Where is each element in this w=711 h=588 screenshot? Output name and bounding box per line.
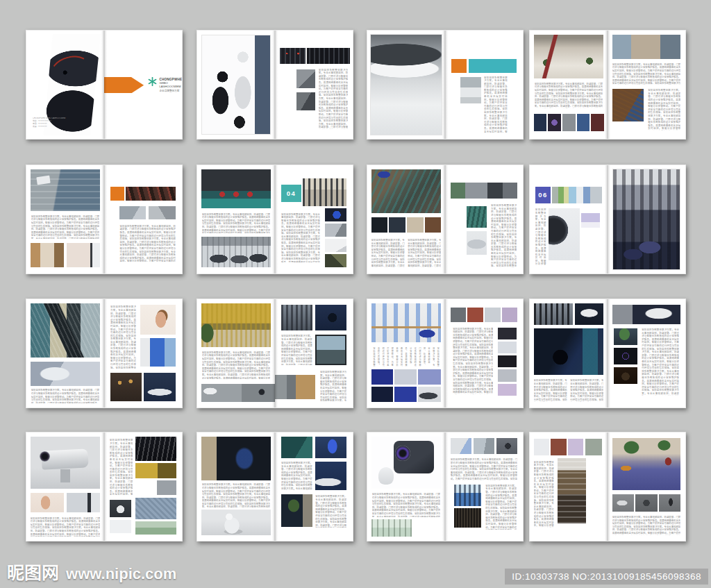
photo-thumb <box>451 308 466 321</box>
greeked-text: 安防监控系统整体解决方案，专业从事视频监控、防盗报警、门禁对讲与智能化系统集成的… <box>451 458 517 480</box>
greeked-text: 安防监控系统整体解决方案，专业从事视频监控、防盗报警、门禁对讲与智能化系统集成的… <box>202 213 271 234</box>
brochure-spread-02: 安防监控系统整体解决方案，专业从事视频监控、防盗报警、门禁对讲与智能化系统集成的… <box>196 30 353 140</box>
photo-thumb <box>498 342 517 353</box>
spread-spine <box>442 31 448 139</box>
page: 安防监控系统整体解决方案，专业从事视频监控、防盗报警、门禁对讲与智能化系统集成的… <box>367 165 445 274</box>
photo-thumb <box>591 114 603 131</box>
photo-white-fabric <box>110 520 131 533</box>
greeked-text: 安防监控系统整体解决方案，专业从事视频监控、防盗报警、门禁对讲与智能化系统集成的… <box>281 335 312 365</box>
photo-thumb <box>394 369 416 385</box>
page <box>367 31 445 139</box>
brand-text-block: CHONGPWHE GHBO LASHOOOWEM 企业品牌整体方案 <box>160 78 181 92</box>
photo-surveillance-still <box>635 494 657 512</box>
greeked-text: 安防监控系统整体解决方案，专业从事视频监控、防盗报警、门禁对讲与智能化系统集成的… <box>31 389 100 403</box>
photo-thumb <box>371 387 393 402</box>
greeked-text: 安防监控系统整体解决方案，专业从事视频监控、防盗报警、门禁对讲与智能化系统集成的… <box>119 225 176 262</box>
photo-surveillance-still <box>659 494 680 512</box>
page: 04 安防监控系统整体解决方案，专业从事视频监控、防盗报警、门禁对讲与智能化系统… <box>275 165 353 274</box>
photo-control-room <box>315 462 346 490</box>
brochure-spread-09: 安防监控系统整体解决方案，专业从事视频监控、防盗报警、门禁对讲与智能化系统集成的… <box>26 299 183 408</box>
orange-accent-block <box>110 187 124 201</box>
orange-accent-block <box>451 59 467 73</box>
greeked-text: 安防监控系统整体解决方案，专业从事视频监控、防盗报警、门禁对讲与智能化系统集成的… <box>315 495 346 528</box>
greeked-text: 安防监控系统整体解决方案，专业从事视频监控、防盗报警、门禁对讲与智能化系统集成的… <box>535 83 603 108</box>
photo-dome <box>614 367 637 383</box>
photo-thumb <box>485 308 500 321</box>
brand-line-3: 企业品牌整体方案 <box>160 89 181 92</box>
photo-thumb <box>498 328 517 339</box>
spread-spine <box>272 432 278 541</box>
greeked-text: 安防监控系统整体解决方案，专业从事视频监控、防盗报警、门禁对讲与智能化系统集成的… <box>408 239 441 267</box>
photo-monitor-room <box>201 169 271 208</box>
spread-spine <box>442 432 448 541</box>
photo-escalator-hall <box>31 303 101 358</box>
brochure-spread-11: 安防监控系统整体解决方案，专业从事视频监控、防盗报警、门禁对讲与智能化系统集成的… <box>367 299 524 408</box>
photo-dark-texture <box>454 508 480 528</box>
page: 安防监控系统整体解决方案，专业从事视频监控、防盗报警、门禁对讲与智能化系统集成的… <box>367 299 445 408</box>
brochure-spread-14: 安防监控系统整体解决方案，专业从事视频监控、防盗报警、门禁对讲与智能化系统集成的… <box>196 432 353 541</box>
page: 安防监控系统整体解决方案，专业从事视频监控、防盗报警、门禁对讲与智能化系统集成的… <box>608 432 685 541</box>
photo-3d-figure-crouching <box>201 510 271 535</box>
photo-bank-lobby <box>534 35 604 78</box>
brochure-spread-10: 安防监控系统整体解决方案，专业从事视频监控、防盗报警、门禁对讲与智能化系统集成的… <box>196 299 353 408</box>
greeked-text: 安防监控系统整体解决方案，专业从事视频监控、防盗报警、门禁对讲与智能化系统集成的… <box>642 328 679 396</box>
orange-arrow-shape <box>104 77 144 93</box>
spread-spine <box>101 31 107 139</box>
greeked-text: 安防监控系统整体解决方案，专业从事视频监控、防盗报警、门禁对讲与智能化系统集成的… <box>281 213 320 263</box>
photo-thumb <box>498 384 517 396</box>
photo-dome-camera <box>110 500 131 517</box>
photo-thumb <box>548 114 560 131</box>
photo-thumb <box>325 239 346 252</box>
greeked-text: 安防监控系统整体解决方案，专业从事视频监控、防盗报警、门禁对讲与智能化系统集成的… <box>612 63 681 85</box>
photo-dealership <box>460 77 480 103</box>
page: 安防监控系统整体解决方案，专业从事视频监控、防盗报警、门禁对讲与智能化系统集成的… <box>445 432 523 541</box>
cover-contact-block: CHONGPWHE GHBO LASHOOOWEM 地址：×××××××××××… <box>33 117 67 131</box>
photo-escalator-dark <box>135 437 176 460</box>
camera-mount-shape <box>378 467 394 485</box>
page: 安防监控系统整体解决方案，专业从事视频监控、防盗报警、门禁对讲与智能化系统集成的… <box>197 432 275 541</box>
photo-strip-dark <box>126 187 176 201</box>
photo-blue-fabric <box>135 498 176 519</box>
page: 安防监控系统整体解决方案，专业从事视频监控、防盗报警、门禁对讲与智能化系统集成的… <box>104 299 182 408</box>
photo-courtyard <box>612 438 681 490</box>
photo-thumb <box>325 254 346 267</box>
photo-hallway <box>31 243 64 267</box>
page-number-block-04: 04 <box>281 185 301 202</box>
photo-crowd <box>534 303 573 325</box>
photo-woman-intercom <box>67 243 100 267</box>
photo-night-tree <box>281 494 312 527</box>
page: 安防监控系统整体解决方案，专业从事视频监控、防盗报警、门禁对讲与智能化系统集成的… <box>367 432 445 541</box>
page: 安防监控系统整体解决方案，专业从事视频监控、防盗报警、门禁对讲与智能化系统集成的… <box>530 432 608 541</box>
photo-thumb <box>581 213 600 228</box>
brochure-spread-05: 安防监控系统整体解决方案，专业从事视频监控、防盗报警、门禁对讲与智能化系统集成的… <box>26 165 183 274</box>
photo-mall-aerial <box>371 169 442 212</box>
camera-lens-shape <box>40 451 50 462</box>
page: 安防监控系统整体解决方案，专业从事视频监控、防盗报警、门禁对讲与智能化系统集成的… <box>608 299 685 408</box>
photo-thumb <box>389 217 405 233</box>
brochure-spread-07: 安防监控系统整体解决方案，专业从事视频监控、防盗报警、门禁对讲与智能化系统集成的… <box>367 165 524 274</box>
photo-white-camera <box>467 231 487 255</box>
photo-thumb <box>502 308 517 321</box>
spread-spine <box>605 31 610 139</box>
watermark-image-id: ID:10303738 NO:20131009185456098368 <box>505 569 708 585</box>
photo-teal-dark <box>281 437 312 458</box>
photo-thumb <box>325 208 346 221</box>
page <box>608 165 685 274</box>
brochure-spread-cover: CHONGPWHE GHBO LASHOOOWEM 地址：×××××××××××… <box>26 30 183 140</box>
page: 安防监控系统整体解决方案，专业从事视频监控、防盗报警、门禁对讲与智能化系统集成的… <box>445 31 523 139</box>
photo-conference-room <box>144 373 176 401</box>
greeked-text: 安防监控系统整体解决方案，专业从事视频监控、防盗报警、门禁对讲与智能化系统集成的… <box>570 379 603 402</box>
page <box>197 31 275 139</box>
photo-woman-intercom <box>67 493 100 512</box>
page: 安防监控系统整体解决方案，专业从事视频监控、防盗报警、门禁对讲与智能化系统集成的… <box>26 165 104 274</box>
greeked-text: 安防监控系统整体解决方案，专业从事视频监控、防盗报警、门禁对讲与智能化系统集成的… <box>31 517 101 537</box>
photo-control-panel <box>280 48 350 64</box>
brand-line-2: GHBO LASHOOOWEM <box>160 81 181 88</box>
cover-front-page: CHONGPWHE GHBO LASHOOOWEM 企业品牌整体方案 <box>104 31 182 139</box>
photo-hand-device <box>31 362 101 385</box>
camera-shape <box>36 175 50 184</box>
greeked-text: 安防监控系统整体解决方案，专业从事视频监控、防盗报警、门禁对讲与智能化系统集成的… <box>202 483 271 507</box>
photo-thumb <box>498 355 517 367</box>
camera-lens-shape <box>395 446 410 461</box>
cover-back-page: CHONGPWHE GHBO LASHOOOWEM 地址：×××××××××××… <box>26 31 104 139</box>
